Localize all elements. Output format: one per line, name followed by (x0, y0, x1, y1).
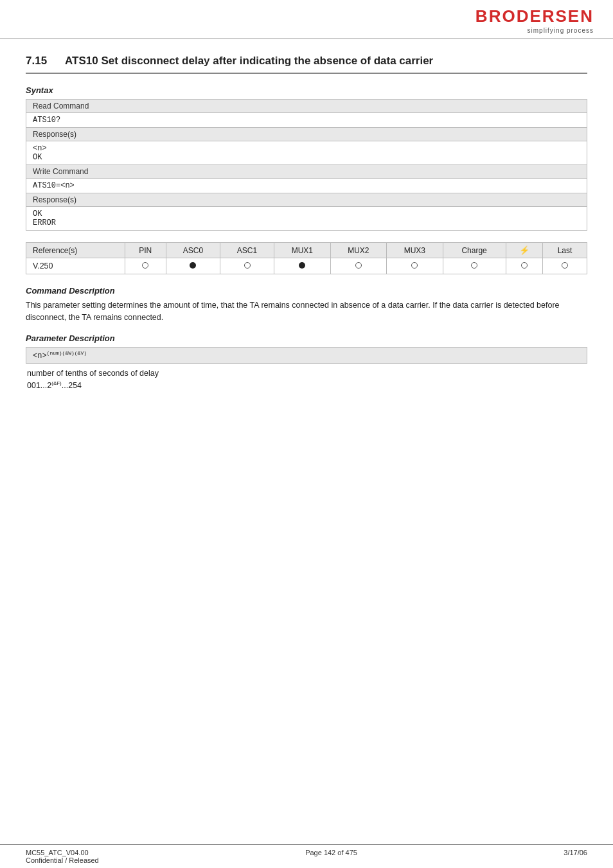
ref-zz (506, 258, 542, 274)
param-name-row: <n>(num)(&W)(&V) (26, 347, 587, 364)
reference-table-header-row: Reference(s) PIN ASC0 ASC1 MUX1 MUX2 MUX… (26, 243, 587, 258)
command-description-label: Command Description (26, 286, 587, 296)
col-header-asc1: ASC1 (220, 243, 274, 258)
write-response-row: OK ERROR (26, 207, 587, 231)
circle-empty-icon (411, 262, 418, 269)
page-footer: MC55_ATC_V04.00 Confidential / Released … (0, 844, 613, 868)
main-content: 7.15 ATS10 Set disconnect delay after in… (0, 39, 613, 418)
read-response-row: <n> OK (26, 141, 587, 165)
param-description-text: number of tenths of seconds of delay (27, 368, 587, 380)
footer-left: MC55_ATC_V04.00 Confidential / Released (26, 849, 99, 864)
col-header-mux1: MUX1 (274, 243, 331, 258)
command-table: Read Command ATS10? Response(s) <n> OK W… (26, 99, 587, 231)
page-header: BRODERSEN simplifying process (0, 0, 613, 39)
col-header-last: Last (542, 243, 587, 258)
table-row: V.250 (26, 258, 587, 274)
read-response-values: <n> OK (26, 141, 587, 165)
read-response-header-row: Response(s) (26, 128, 587, 141)
write-command-header-row: Write Command (26, 165, 587, 179)
logo-sub: simplifying process (528, 27, 594, 34)
ref-mux2 (330, 258, 387, 274)
circle-filled-icon (190, 262, 196, 269)
col-header-mux3: MUX3 (387, 243, 443, 258)
circle-empty-icon (244, 262, 251, 269)
ref-last (542, 258, 587, 274)
section-heading: 7.15 ATS10 Set disconnect delay after in… (26, 55, 587, 74)
ref-mux1 (274, 258, 331, 274)
syntax-label: Syntax (26, 85, 587, 95)
section-number: 7.15 (26, 55, 47, 67)
read-command-header-label: Read Command (26, 100, 587, 113)
circle-empty-icon (355, 262, 362, 269)
col-header-reference: Reference(s) (26, 243, 125, 258)
circle-filled-icon (299, 262, 305, 269)
ref-charge (443, 258, 506, 274)
read-command-header-row: Read Command (26, 100, 587, 113)
circle-empty-icon (471, 262, 477, 269)
col-header-pin: PIN (125, 243, 166, 258)
write-response-header-label: Response(s) (26, 193, 587, 207)
write-response-values: OK ERROR (26, 207, 587, 231)
write-command-header-label: Write Command (26, 165, 587, 179)
col-header-zz: ⚡ (506, 243, 542, 258)
col-header-mux2: MUX2 (330, 243, 387, 258)
footer-doc-id: MC55_ATC_V04.00 (26, 849, 99, 856)
write-command-row: ATS10=<n> (26, 179, 587, 193)
parameter-description-label: Parameter Description (26, 333, 587, 343)
ref-pin (125, 258, 166, 274)
footer-date: 3/17/06 (564, 849, 587, 864)
ref-asc0 (166, 258, 220, 274)
read-command-value: ATS10? (26, 113, 587, 128)
circle-empty-icon (521, 262, 528, 269)
col-header-asc0: ASC0 (166, 243, 220, 258)
command-description-text: This parameter setting determines the am… (26, 299, 587, 324)
ref-asc1 (220, 258, 274, 274)
footer-status: Confidential / Released (26, 856, 99, 864)
read-response-header-label: Response(s) (26, 128, 587, 141)
write-command-value: ATS10=<n> (26, 179, 587, 193)
circle-empty-icon (142, 262, 148, 269)
ref-label: V.250 (26, 258, 125, 274)
read-command-row: ATS10? (26, 113, 587, 128)
reference-table: Reference(s) PIN ASC0 ASC1 MUX1 MUX2 MUX… (26, 242, 587, 274)
write-response-header-row: Response(s) (26, 193, 587, 207)
logo-area: BRODERSEN simplifying process (475, 6, 594, 34)
param-range-text: 001...2(&F)...254 (27, 380, 587, 393)
section-title: ATS10 Set disconnect delay after indicat… (65, 55, 433, 67)
circle-empty-icon (562, 262, 568, 269)
ref-mux3 (387, 258, 443, 274)
footer-page: Page 142 of 475 (305, 849, 357, 864)
logo-text: BRODERSEN (475, 6, 594, 26)
col-header-charge: Charge (443, 243, 506, 258)
param-name: <n>(num)(&W)(&V) (33, 351, 87, 360)
